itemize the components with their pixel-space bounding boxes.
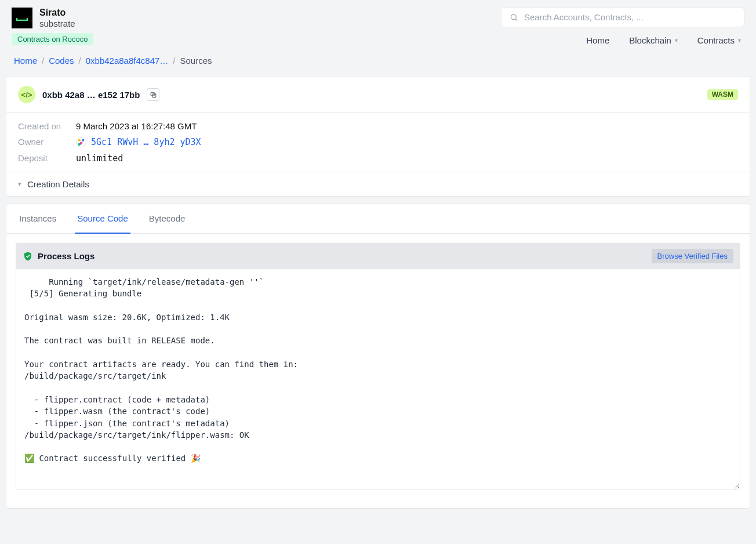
breadcrumb-current: Sources xyxy=(180,56,212,66)
tab-bytecode[interactable]: Bytecode xyxy=(147,204,188,234)
meta-label: Deposit xyxy=(18,153,64,164)
meta-section: Created on 9 March 2023 at 16:27:48 GMT … xyxy=(6,113,750,172)
copy-icon xyxy=(150,91,157,99)
identicon-icon xyxy=(76,137,86,147)
nav-home[interactable]: Home xyxy=(586,35,609,45)
code-summary-card: </> 0xbb 42a8 … e152 17bb WASM Created o… xyxy=(6,76,750,197)
brand-block: Sirato substrate Contracts on Rococo xyxy=(12,7,93,45)
logo-icon xyxy=(15,11,29,25)
owner-link[interactable]: 5Gc1 RWvH … 8yh2 yD3X xyxy=(76,137,201,147)
meta-value: 9 March 2023 at 16:27:48 GMT xyxy=(76,121,197,131)
nav-contracts[interactable]: Contracts ▾ xyxy=(697,35,741,45)
logs-header: Process Logs Browse Verified Files xyxy=(16,243,740,269)
network-badge: Contracts on Rococo xyxy=(12,33,93,45)
header-right: Home Blockchain ▾ Contracts ▾ xyxy=(501,7,744,45)
search-icon xyxy=(510,13,518,22)
creation-details-toggle[interactable]: ▾ Creation Details xyxy=(6,172,750,196)
svg-line-1 xyxy=(515,19,517,20)
main-nav: Home Blockchain ▾ Contracts ▾ xyxy=(586,35,744,45)
chevron-down-icon: ▾ xyxy=(18,180,21,188)
brand-name: Sirato xyxy=(39,7,75,19)
logs-section: Process Logs Browse Verified Files Runni… xyxy=(6,234,750,499)
breadcrumb-sep: / xyxy=(42,56,44,66)
meta-value: unlimited xyxy=(76,153,123,164)
tabs-card: Instances Source Code Bytecode Process L… xyxy=(6,204,750,509)
search-input[interactable] xyxy=(524,12,736,22)
nav-blockchain-label: Blockchain xyxy=(629,35,671,45)
brand-sub: substrate xyxy=(39,19,75,30)
browse-verified-files-button[interactable]: Browse Verified Files xyxy=(652,249,733,263)
breadcrumb-home[interactable]: Home xyxy=(14,56,37,66)
copy-button[interactable] xyxy=(147,88,159,101)
brand[interactable]: Sirato substrate xyxy=(12,7,93,30)
tab-instances[interactable]: Instances xyxy=(17,204,59,234)
nav-blockchain[interactable]: Blockchain ▾ xyxy=(629,35,678,45)
breadcrumb-sep: / xyxy=(173,56,175,66)
card-header: </> 0xbb 42a8 … e152 17bb WASM xyxy=(6,77,750,113)
app-header: Sirato substrate Contracts on Rococo Hom… xyxy=(0,0,756,45)
logs-title: Process Logs xyxy=(38,251,94,261)
chevron-down-icon: ▾ xyxy=(675,37,678,43)
chevron-down-icon: ▾ xyxy=(738,37,741,43)
shield-check-icon xyxy=(23,251,33,262)
nav-contracts-label: Contracts xyxy=(697,35,735,45)
tab-source-code[interactable]: Source Code xyxy=(75,204,130,234)
code-icon: </> xyxy=(18,86,35,103)
brand-text: Sirato substrate xyxy=(39,7,75,30)
meta-row-deposit: Deposit unlimited xyxy=(18,153,738,164)
wasm-badge: WASM xyxy=(707,89,738,100)
creation-details-label: Creation Details xyxy=(27,179,89,189)
logs-output[interactable]: Running `target/ink/release/metadata-gen… xyxy=(16,269,740,489)
tabs: Instances Source Code Bytecode xyxy=(6,204,750,234)
owner-address: 5Gc1 RWvH … 8yh2 yD3X xyxy=(91,137,201,147)
breadcrumb-sep: / xyxy=(79,56,81,66)
app-logo xyxy=(12,8,32,28)
meta-row-owner: Owner 5Gc1 RWvH … 8yh2 yD3X xyxy=(18,137,738,147)
breadcrumb-hash[interactable]: 0xbb42a8a8f4c847… xyxy=(86,56,169,66)
breadcrumb-codes[interactable]: Codes xyxy=(49,56,74,66)
code-hash: 0xbb 42a8 … e152 17bb xyxy=(42,90,140,100)
breadcrumb: Home / Codes / 0xbb42a8a8f4c847… / Sourc… xyxy=(0,45,756,76)
meta-row-created: Created on 9 March 2023 at 16:27:48 GMT xyxy=(18,121,738,131)
meta-label: Created on xyxy=(18,121,64,131)
search-box[interactable] xyxy=(501,7,744,27)
meta-label: Owner xyxy=(18,137,64,147)
svg-point-0 xyxy=(511,14,516,20)
